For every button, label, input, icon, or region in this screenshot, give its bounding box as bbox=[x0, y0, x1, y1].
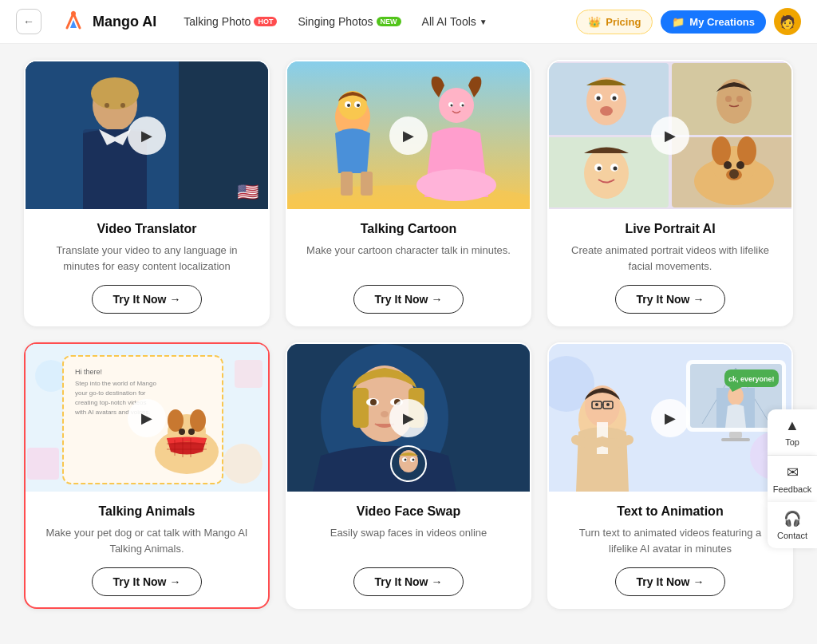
svg-point-8 bbox=[120, 103, 125, 108]
top-label: Top bbox=[785, 437, 799, 447]
card-live-portrait-thumb[interactable]: ▶ bbox=[549, 61, 791, 209]
play-button[interactable]: ▶ bbox=[651, 399, 689, 437]
contact-icon: 🎧 bbox=[783, 510, 801, 527]
pricing-button[interactable]: 👑 Pricing bbox=[576, 10, 653, 34]
feedback-button[interactable]: ✉ Feedback bbox=[768, 456, 817, 502]
svg-point-39 bbox=[584, 148, 629, 199]
card-talking-cartoon: ▶ Talking Cartoon Make your cartoon char… bbox=[286, 60, 531, 326]
nav-all-ai-tools-label: All AI Tools bbox=[422, 15, 476, 28]
card-title: Talking Animals bbox=[40, 504, 254, 519]
svg-point-113 bbox=[606, 403, 610, 406]
avatar-emoji: 🧑 bbox=[780, 14, 795, 30]
header: ← Mango AI Talking Photo HOT Singing Pho… bbox=[0, 0, 817, 44]
contact-label: Contact bbox=[777, 531, 807, 540]
hot-badge: HOT bbox=[254, 17, 277, 26]
my-creations-button[interactable]: 📁 My Creations bbox=[661, 10, 766, 34]
svg-point-85 bbox=[381, 411, 389, 417]
logo-icon bbox=[61, 9, 86, 34]
feedback-icon: ✉ bbox=[787, 464, 799, 481]
try-it-now-button[interactable]: Try It Now → bbox=[92, 285, 203, 314]
card-body: Talking Animals Make your pet dog or cat… bbox=[26, 492, 268, 607]
card-talking-animals-thumb[interactable]: Hi there! Step into the world of Mango y… bbox=[26, 344, 268, 492]
nav-talking-photo-label: Talking Photo bbox=[184, 15, 251, 28]
back-button[interactable]: ← bbox=[16, 9, 41, 34]
svg-point-43 bbox=[614, 167, 618, 171]
svg-text:Step into the world of Mango: Step into the world of Mango bbox=[75, 380, 156, 387]
card-body: Text to Animation Turn text to animated … bbox=[549, 492, 791, 607]
svg-point-47 bbox=[712, 136, 731, 165]
floating-panel: ▲ Top ✉ Feedback 🎧 Contact bbox=[768, 409, 817, 548]
play-button[interactable]: ▶ bbox=[128, 117, 166, 155]
nav-all-ai-tools[interactable]: All AI Tools ▼ bbox=[414, 10, 495, 33]
svg-point-32 bbox=[613, 97, 617, 101]
feedback-label: Feedback bbox=[773, 484, 811, 494]
card-talking-cartoon-thumb[interactable]: ▶ bbox=[287, 61, 530, 209]
card-text-animation-thumb[interactable]: ck, everyone! bbox=[549, 344, 791, 492]
play-button[interactable]: ▶ bbox=[651, 117, 689, 155]
card-title: Text to Animation bbox=[563, 504, 777, 519]
flag-badge: 🇺🇸 bbox=[233, 182, 262, 203]
card-description: Translate your video to any language in … bbox=[40, 243, 254, 274]
try-it-now-button[interactable]: Try It Now → bbox=[615, 567, 726, 596]
my-creations-label: My Creations bbox=[689, 16, 755, 28]
logo: Mango AI bbox=[61, 9, 156, 34]
svg-point-16 bbox=[347, 104, 350, 107]
play-button[interactable]: ▶ bbox=[389, 117, 428, 155]
svg-point-24 bbox=[451, 105, 453, 107]
svg-point-83 bbox=[370, 399, 377, 405]
svg-rect-54 bbox=[27, 448, 59, 480]
card-title: Talking Cartoon bbox=[302, 222, 515, 236]
svg-rect-103 bbox=[729, 432, 742, 438]
play-button[interactable]: ▶ bbox=[389, 399, 428, 437]
new-badge: NEW bbox=[377, 17, 401, 26]
try-it-now-button[interactable]: Try It Now → bbox=[92, 567, 203, 596]
card-body: Video Face Swap Easily swap faces in vid… bbox=[287, 492, 530, 607]
card-text-animation: ck, everyone! bbox=[547, 342, 793, 609]
card-title: Live Portrait AI bbox=[563, 222, 777, 236]
svg-point-21 bbox=[416, 169, 496, 201]
card-face-swap-thumb[interactable]: ▶ bbox=[287, 344, 530, 492]
card-video-translator: ▶ 🇺🇸 Video Translator Translate your vid… bbox=[24, 60, 270, 326]
svg-rect-18 bbox=[341, 172, 353, 196]
svg-rect-19 bbox=[361, 172, 373, 196]
try-it-now-button[interactable]: Try It Now → bbox=[353, 567, 464, 596]
card-live-portrait: ▶ Live Portrait AI Create animated portr… bbox=[547, 60, 793, 326]
card-body: Talking Cartoon Make your cartoon charac… bbox=[287, 209, 530, 325]
header-left: ← Mango AI Talking Photo HOT Singing Pho… bbox=[16, 9, 495, 34]
try-it-now-button[interactable]: Try It Now → bbox=[615, 285, 726, 314]
card-title: Video Translator bbox=[40, 222, 254, 236]
card-description: Easily swap faces in videos online bbox=[302, 525, 515, 556]
card-description: Make your cartoon character talk in minu… bbox=[302, 243, 515, 274]
try-it-now-button[interactable]: Try It Now → bbox=[353, 285, 464, 314]
cards-grid: ▶ 🇺🇸 Video Translator Translate your vid… bbox=[24, 60, 793, 609]
svg-text:your go-to destination for: your go-to destination for bbox=[75, 389, 146, 397]
svg-point-37 bbox=[736, 96, 743, 102]
scroll-top-button[interactable]: ▲ Top bbox=[768, 409, 817, 456]
svg-point-0 bbox=[71, 11, 76, 16]
chevron-up-icon: ▲ bbox=[785, 417, 799, 434]
main-nav: Talking Photo HOT Singing Photos NEW All… bbox=[176, 10, 495, 33]
play-button[interactable]: ▶ bbox=[128, 399, 166, 437]
card-video-translator-thumb[interactable]: ▶ 🇺🇸 bbox=[26, 61, 268, 209]
svg-point-57 bbox=[223, 444, 262, 484]
svg-rect-55 bbox=[235, 360, 262, 388]
dropdown-icon: ▼ bbox=[480, 18, 487, 26]
svg-point-48 bbox=[737, 136, 756, 165]
svg-point-6 bbox=[91, 77, 139, 109]
svg-point-66 bbox=[168, 409, 184, 432]
user-avatar[interactable]: 🧑 bbox=[774, 8, 801, 35]
card-body: Video Translator Translate your video to… bbox=[26, 209, 268, 325]
svg-point-68 bbox=[179, 429, 185, 435]
logo-text: Mango AI bbox=[93, 14, 156, 30]
svg-point-17 bbox=[357, 104, 360, 107]
contact-button[interactable]: 🎧 Contact bbox=[768, 502, 817, 548]
nav-singing-photos-label: Singing Photos bbox=[298, 15, 373, 28]
card-title: Video Face Swap bbox=[302, 504, 515, 519]
svg-text:ck, everyone!: ck, everyone! bbox=[728, 375, 775, 383]
card-description: Make your pet dog or cat talk with Mango… bbox=[40, 525, 254, 556]
nav-talking-photo[interactable]: Talking Photo HOT bbox=[176, 10, 285, 33]
svg-point-31 bbox=[597, 97, 601, 101]
svg-point-90 bbox=[405, 459, 407, 461]
nav-singing-photos[interactable]: Singing Photos NEW bbox=[290, 10, 408, 33]
svg-point-25 bbox=[462, 105, 464, 107]
